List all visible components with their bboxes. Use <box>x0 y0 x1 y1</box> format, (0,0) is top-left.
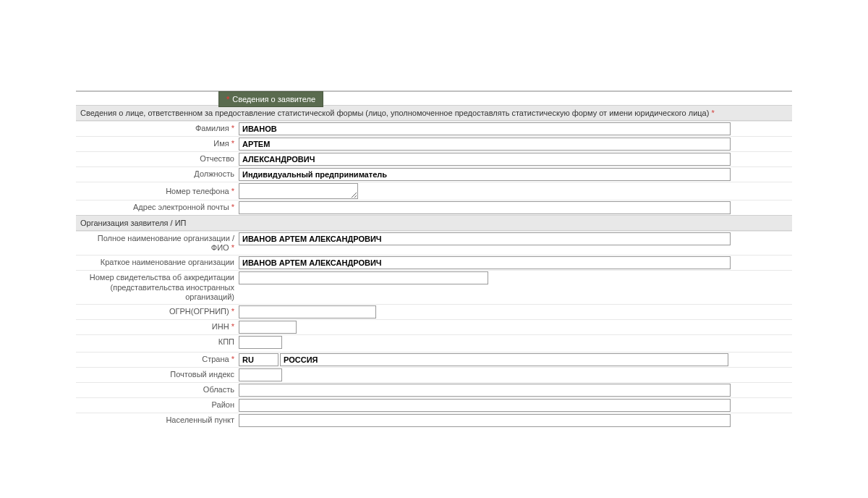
row-phone: Номер телефона * <box>76 182 792 200</box>
input-kpp[interactable] <box>239 336 282 349</box>
row-region: Область <box>76 382 792 397</box>
input-country-code[interactable] <box>239 353 278 366</box>
input-patronymic[interactable] <box>239 153 731 166</box>
label-kpp: КПП <box>76 335 239 349</box>
section-title: Сведения о лице, ответственном за предос… <box>80 109 709 117</box>
row-shortname: Краткое наименование организации <box>76 255 792 270</box>
row-country: Страна * <box>76 352 792 367</box>
label-firstname: Имя * <box>76 137 239 151</box>
row-position: Должность <box>76 166 792 182</box>
tab-applicant-info[interactable]: * Сведения о заявителе <box>218 91 323 107</box>
input-inn[interactable] <box>239 321 297 334</box>
label-country: Страна * <box>76 353 239 366</box>
input-lastname[interactable] <box>239 122 731 135</box>
input-region[interactable] <box>239 384 731 397</box>
input-shortname[interactable] <box>239 256 731 269</box>
label-district: Район <box>76 398 239 412</box>
input-ogrn[interactable] <box>239 305 376 318</box>
form-container: * Сведения о заявителе Сведения о лице, … <box>76 90 792 428</box>
section-title: Организация заявителя / ИП <box>80 219 187 227</box>
row-lastname: Фамилия * <box>76 121 792 136</box>
input-firstname[interactable] <box>239 138 731 151</box>
input-country-name[interactable] <box>280 353 728 366</box>
section-header-responsible: Сведения о лице, ответственном за предос… <box>76 105 792 121</box>
row-patronymic: Отчество <box>76 151 792 166</box>
row-district: Район <box>76 397 792 413</box>
label-postcode: Почтовый индекс <box>76 368 239 381</box>
required-asterisk-icon: * <box>711 109 714 117</box>
label-email: Адрес электронной почты * <box>76 201 239 214</box>
row-firstname: Имя * <box>76 136 792 151</box>
row-inn: ИНН * <box>76 319 792 334</box>
label-shortname: Краткое наименование организации <box>76 256 239 269</box>
label-region: Область <box>76 383 239 397</box>
label-patronymic: Отчество <box>76 152 239 166</box>
required-asterisk-icon: * <box>226 95 229 104</box>
input-accreditation[interactable] <box>239 271 488 284</box>
row-ogrn: ОГРН(ОГРНИП) * <box>76 304 792 319</box>
label-fullname: Полное наименование организации / ФИО * <box>76 232 239 255</box>
label-ogrn: ОГРН(ОГРНИП) * <box>76 305 239 318</box>
row-postcode: Почтовый индекс <box>76 367 792 382</box>
label-accreditation: Номер свидетельства об аккредитации (пре… <box>76 271 239 304</box>
input-postcode[interactable] <box>239 368 282 381</box>
input-district[interactable] <box>239 399 731 412</box>
input-city[interactable] <box>239 414 731 427</box>
row-fullname: Полное наименование организации / ФИО * <box>76 231 792 255</box>
row-email: Адрес электронной почты * <box>76 200 792 215</box>
input-fullname[interactable] <box>239 232 731 245</box>
label-position: Должность <box>76 167 239 181</box>
row-accreditation: Номер свидетельства об аккредитации (пре… <box>76 270 792 304</box>
input-position[interactable] <box>239 168 731 181</box>
label-inn: ИНН * <box>76 320 239 334</box>
section-header-organization: Организация заявителя / ИП <box>76 215 792 231</box>
tab-label: Сведения о заявителе <box>232 95 315 104</box>
label-city: Населенный пункт <box>76 413 239 427</box>
label-lastname: Фамилия * <box>76 122 239 135</box>
label-phone: Номер телефона * <box>76 182 239 198</box>
input-phone[interactable] <box>239 183 358 199</box>
row-kpp: КПП <box>76 334 792 350</box>
input-email[interactable] <box>239 201 731 214</box>
row-city: Населенный пункт <box>76 413 792 428</box>
